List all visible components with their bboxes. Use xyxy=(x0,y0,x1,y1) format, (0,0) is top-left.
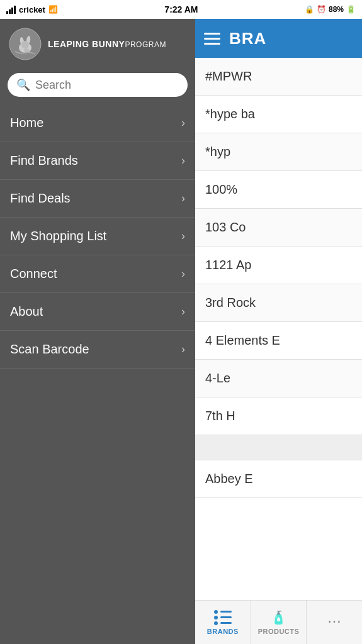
leaping-bunny-logo xyxy=(9,28,42,60)
list-item[interactable]: 7th H xyxy=(195,397,362,435)
search-icon: 🔍 xyxy=(16,78,30,92)
list-item[interactable]: #MPWR xyxy=(195,58,362,96)
chevron-right-icon: › xyxy=(181,192,185,205)
logo-text: LEAPING BUNNYPROGRAM xyxy=(48,38,166,50)
list-item[interactable]: 4 Elements E xyxy=(195,322,362,360)
right-panel: BRA #MPWR *hype ba *hyp 100% 103 Co 1121… xyxy=(195,19,362,644)
signal-icon xyxy=(6,6,16,14)
nav-home-label: Home xyxy=(10,116,43,130)
chevron-right-icon: › xyxy=(181,305,185,318)
list-item[interactable]: 3rd Rock xyxy=(195,284,362,322)
products-tab-icon: 🧴 xyxy=(271,610,286,625)
nav-connect-label: Connect xyxy=(10,267,57,281)
list-item[interactable]: 103 Co xyxy=(195,209,362,247)
right-header: BRA xyxy=(195,19,362,58)
tab-products[interactable]: 🧴 PRODUCTS xyxy=(251,601,307,644)
svg-point-4 xyxy=(21,41,29,48)
battery-percentage: 88% xyxy=(329,5,344,14)
list-item[interactable] xyxy=(195,435,362,460)
sidebar-item-find-brands[interactable]: Find Brands › xyxy=(0,142,195,180)
alarm-icon: ⏰ xyxy=(317,5,326,14)
status-bar: cricket 📶 7:22 AM 🔒 ⏰ 88% 🔋 xyxy=(0,0,362,19)
time-label: 7:22 AM xyxy=(164,4,198,14)
chevron-right-icon: › xyxy=(181,343,185,356)
battery-icon: 🔋 xyxy=(346,5,356,14)
chevron-right-icon: › xyxy=(181,267,185,280)
nav-about-label: About xyxy=(10,304,43,319)
brands-tab-label: BRANDS xyxy=(207,628,239,635)
more-tab-icon: ⋯ xyxy=(327,613,341,630)
brands-title: BRA xyxy=(229,29,266,48)
products-tab-label: PRODUCTS xyxy=(258,628,300,635)
tab-brands[interactable]: BRANDS xyxy=(195,601,251,644)
wifi-icon: 📶 xyxy=(48,5,58,14)
list-item[interactable]: 4-Le xyxy=(195,360,362,397)
brands-list: #MPWR *hype ba *hyp 100% 103 Co 1121 Ap … xyxy=(195,58,362,600)
sidebar-item-connect[interactable]: Connect › xyxy=(0,255,195,293)
sidebar-item-home[interactable]: Home › xyxy=(0,104,195,142)
list-item[interactable]: 1121 Ap xyxy=(195,247,362,284)
sidebar-item-shopping-list[interactable]: My Shopping List › xyxy=(0,218,195,255)
hamburger-menu-button[interactable] xyxy=(204,33,220,45)
chevron-right-icon: › xyxy=(181,230,185,243)
app-container: LEAPING BUNNYPROGRAM 🔍 Home › Find Brand… xyxy=(0,19,362,644)
sidebar-item-find-deals[interactable]: Find Deals › xyxy=(0,180,195,218)
list-item[interactable]: *hyp xyxy=(195,133,362,171)
bottom-tab-bar: BRANDS 🧴 PRODUCTS ⋯ xyxy=(195,600,362,644)
list-item[interactable]: 100% xyxy=(195,171,362,209)
nav-list: Home › Find Brands › Find Deals › My Sho… xyxy=(0,104,195,644)
search-bar[interactable]: 🔍 xyxy=(8,73,188,97)
status-right: 🔒 ⏰ 88% 🔋 xyxy=(305,5,356,14)
sidebar-item-about[interactable]: About › xyxy=(0,293,195,331)
nav-scan-label: Scan Barcode xyxy=(10,342,89,357)
carrier-label: cricket xyxy=(19,5,45,14)
lock-icon: 🔒 xyxy=(305,5,314,14)
nav-find-brands-label: Find Brands xyxy=(10,153,78,168)
search-input[interactable] xyxy=(35,79,179,92)
sidebar-header: LEAPING BUNNYPROGRAM xyxy=(0,19,195,68)
brands-tab-icon xyxy=(214,610,232,625)
nav-find-deals-label: Find Deals xyxy=(10,191,71,206)
list-item[interactable]: *hype ba xyxy=(195,96,362,133)
sidebar: LEAPING BUNNYPROGRAM 🔍 Home › Find Brand… xyxy=(0,19,195,644)
tab-more[interactable]: ⋯ xyxy=(307,601,362,644)
chevron-right-icon: › xyxy=(181,116,185,130)
list-item[interactable]: Abbey E xyxy=(195,460,362,498)
nav-shopping-label: My Shopping List xyxy=(10,229,106,243)
svg-point-5 xyxy=(24,48,29,52)
chevron-right-icon: › xyxy=(181,154,185,167)
status-left: cricket 📶 xyxy=(6,5,58,14)
sidebar-item-scan-barcode[interactable]: Scan Barcode › xyxy=(0,331,195,369)
